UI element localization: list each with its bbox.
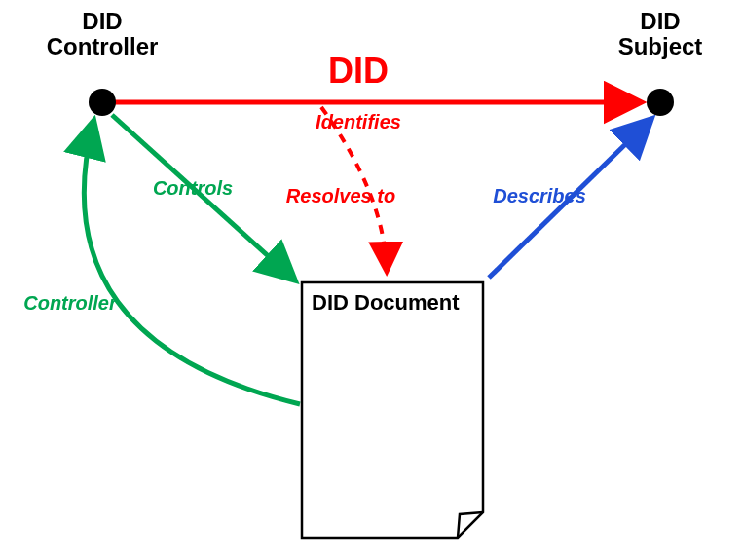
controls-label: Controls xyxy=(153,177,233,199)
controller-title-line2: Controller xyxy=(47,33,159,59)
controller-node xyxy=(89,89,116,116)
controller-edge-label: Controller xyxy=(23,292,118,314)
controller-arrow xyxy=(84,122,300,404)
did-label: DID xyxy=(328,51,389,91)
resolves-to-label: Resolves to xyxy=(286,185,395,206)
subject-node xyxy=(647,89,674,116)
did-document-label: DID Document xyxy=(312,290,460,315)
identifies-label: Identifies xyxy=(316,111,401,132)
controller-title-line1: DID xyxy=(82,8,122,34)
subject-title-line1: DID xyxy=(640,8,680,34)
subject-title-line2: Subject xyxy=(618,33,703,59)
describes-label: Describes xyxy=(493,185,586,206)
did-document-node: DID Document xyxy=(302,282,483,538)
